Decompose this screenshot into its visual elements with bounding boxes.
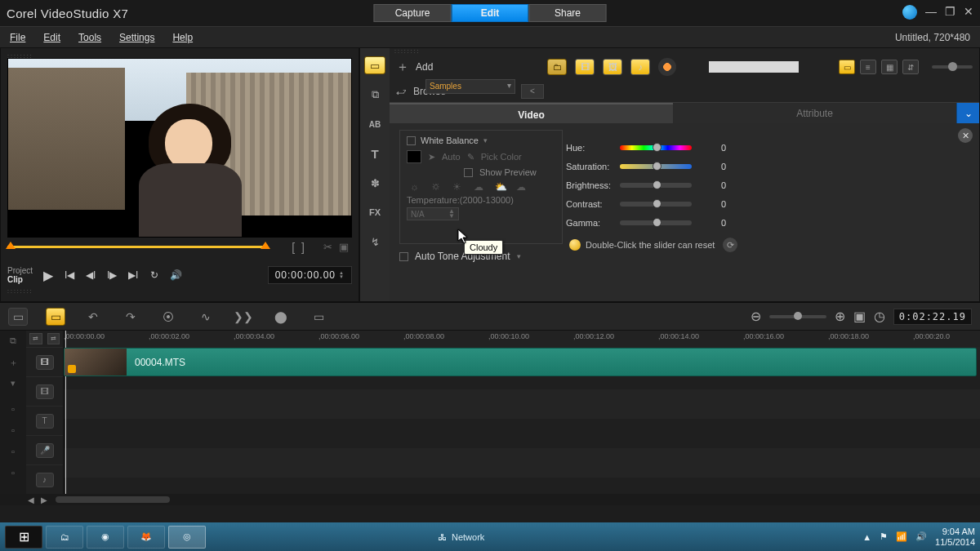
project-clip-toggle[interactable]: Project Clip bbox=[7, 266, 33, 284]
undo-button[interactable]: ↶ bbox=[83, 308, 103, 326]
media-library-button[interactable]: ▭ bbox=[364, 56, 385, 74]
scroll-left-button[interactable]: ◀ bbox=[28, 495, 34, 504]
mark-in-button[interactable]: [ bbox=[292, 241, 295, 254]
library-folder-dropdown[interactable]: Samples bbox=[425, 79, 515, 94]
globe-icon[interactable] bbox=[902, 5, 917, 20]
track-header-title[interactable]: T bbox=[26, 406, 63, 435]
menu-edit[interactable]: Edit bbox=[43, 32, 60, 43]
timeline-ruler[interactable]: ,00:00:00.00 ,00:00:02.00 ,00:00:04.00 ,… bbox=[64, 331, 980, 347]
track-manager-button[interactable]: ⧉ bbox=[5, 335, 21, 349]
browse-prev-button[interactable]: < bbox=[521, 84, 544, 99]
preset-shade-icon[interactable]: ⛅ bbox=[495, 181, 508, 193]
enable-track4-icon[interactable]: ▫ bbox=[5, 468, 21, 481]
taskbar-network[interactable]: 🖧 Network bbox=[438, 532, 484, 542]
ripple-track-button[interactable]: ⇄ bbox=[47, 333, 60, 344]
record-button[interactable]: ⦿ bbox=[158, 308, 178, 326]
enable-track2-icon[interactable]: ▫ bbox=[5, 425, 21, 438]
graphic-button[interactable]: ✽ bbox=[364, 174, 385, 192]
library-search-input[interactable] bbox=[709, 61, 799, 73]
view-list-icon[interactable]: ≡ bbox=[860, 60, 876, 74]
show-audio-icon[interactable]: ♪ bbox=[630, 59, 650, 75]
taskbar-clock[interactable]: 9:04 AM 11/5/2014 bbox=[935, 527, 975, 548]
folder-icon[interactable]: 🗀 bbox=[547, 59, 567, 75]
taskbar-firefox-button[interactable]: 🦊 bbox=[127, 526, 165, 549]
repeat-button[interactable]: ↻ bbox=[145, 266, 163, 284]
fit-project-button[interactable]: ▣ bbox=[853, 309, 866, 324]
add-overlay-button[interactable]: ＋ bbox=[5, 357, 21, 370]
slider-contrast[interactable]: Contrast: 0 bbox=[566, 194, 737, 213]
minimize-icon[interactable]: — bbox=[925, 5, 937, 20]
scroll-right-button[interactable]: ▶ bbox=[41, 495, 47, 504]
enable-track1-icon[interactable]: ▫ bbox=[5, 404, 21, 417]
tray-volume-icon[interactable]: 🔊 bbox=[915, 531, 927, 542]
audio-mixer-button[interactable]: ∿ bbox=[196, 308, 216, 326]
cut-icon[interactable]: ✂ bbox=[323, 241, 332, 253]
tab-attribute[interactable]: Attribute bbox=[673, 103, 956, 123]
start-button[interactable]: ⊞ bbox=[5, 526, 42, 549]
tray-network-icon[interactable]: 📶 bbox=[896, 531, 907, 542]
track-header-video[interactable]: 🎞 bbox=[26, 347, 63, 376]
timecode-spinner-icon[interactable]: ▲▼ bbox=[339, 271, 345, 279]
track-motion-button[interactable]: ⬤ bbox=[271, 308, 291, 326]
taskbar-chrome-button[interactable]: ◉ bbox=[87, 526, 124, 549]
filter-button[interactable]: FX bbox=[364, 203, 385, 221]
storyboard-mode-button[interactable]: ▭ bbox=[8, 308, 28, 326]
taskbar-videostudio-button[interactable]: ◎ bbox=[168, 526, 206, 549]
enable-track3-icon[interactable]: ▫ bbox=[5, 447, 21, 460]
tray-flag-icon[interactable]: ⚑ bbox=[880, 531, 888, 542]
title-button[interactable]: T bbox=[364, 144, 385, 162]
menu-file[interactable]: File bbox=[10, 32, 25, 43]
track-header-voice[interactable]: 🎤 bbox=[26, 435, 63, 464]
collapse-tracks-icon[interactable]: ▾ bbox=[5, 378, 21, 391]
preset-daylight-icon[interactable]: ☀ bbox=[452, 181, 466, 193]
preset-fluorescent-icon[interactable]: ⛭ bbox=[431, 181, 444, 193]
transitions-button[interactable]: AB bbox=[364, 115, 385, 133]
volume-button[interactable]: 🔊 bbox=[167, 266, 185, 284]
mode-tab-share[interactable]: Share bbox=[529, 4, 607, 22]
wb-pickcolor-label[interactable]: Pick Color bbox=[481, 152, 522, 162]
sort-icon[interactable]: ⇵ bbox=[902, 60, 919, 74]
options-collapse-button[interactable]: ⌄ bbox=[956, 103, 979, 123]
path-button[interactable]: ↯ bbox=[364, 233, 385, 251]
redo-button[interactable]: ↷ bbox=[121, 308, 140, 326]
zoom-in-button[interactable]: ⊕ bbox=[835, 309, 845, 324]
prev-frame-button[interactable]: ◀I bbox=[82, 266, 100, 284]
menu-settings[interactable]: Settings bbox=[119, 32, 154, 43]
go-end-button[interactable]: ▶I bbox=[124, 266, 142, 284]
slider-hue[interactable]: Hue: 0 bbox=[566, 138, 737, 157]
auto-music-button[interactable]: ❯❯ bbox=[234, 308, 253, 326]
project-duration[interactable]: 0:02:22.19 bbox=[893, 309, 972, 325]
panel-grip-bottom-icon[interactable]: :::::::: bbox=[7, 288, 352, 293]
preset-cloudy-icon[interactable]: ☁ bbox=[474, 181, 487, 193]
chevron-down-icon[interactable]: ▾ bbox=[483, 136, 488, 144]
preset-overcast-icon[interactable]: ☁ bbox=[516, 181, 529, 193]
mark-out-button[interactable]: ] bbox=[301, 241, 305, 254]
track-header-overlay[interactable]: 🎞 bbox=[26, 376, 63, 406]
wb-auto-label[interactable]: Auto bbox=[442, 152, 461, 162]
show-video-icon[interactable]: 🎞 bbox=[575, 59, 595, 75]
close-icon[interactable]: ✕ bbox=[964, 5, 973, 20]
mode-tab-capture[interactable]: Capture bbox=[374, 4, 452, 22]
timeline-scrollbar[interactable]: ◀ ▶ bbox=[0, 494, 980, 505]
temperature-spinner-icon[interactable]: ▲▼ bbox=[448, 209, 455, 219]
preview-video[interactable] bbox=[7, 58, 352, 238]
snapshot-icon[interactable]: ▣ bbox=[339, 241, 349, 253]
timeline-mode-button[interactable]: ▭ bbox=[46, 308, 65, 326]
slider-brightness[interactable]: Brightness: 0 bbox=[566, 176, 737, 194]
zoom-out-button[interactable]: ⊖ bbox=[751, 309, 761, 324]
timeline-clip[interactable]: 00004.MTS bbox=[64, 348, 977, 376]
browse-back-icon[interactable]: ⮐ bbox=[396, 86, 407, 98]
show-photo-icon[interactable]: 🖼 bbox=[603, 59, 622, 75]
zoom-slider[interactable] bbox=[769, 315, 826, 318]
wb-color-swatch[interactable] bbox=[407, 150, 421, 163]
menu-help[interactable]: Help bbox=[172, 32, 193, 43]
go-start-button[interactable]: I◀ bbox=[60, 266, 78, 284]
temperature-input[interactable]: N/A ▲▼ bbox=[407, 207, 459, 220]
show-preview-checkbox[interactable] bbox=[464, 168, 473, 177]
subtitle-button[interactable]: ▭ bbox=[309, 308, 328, 326]
color-wheel-icon[interactable] bbox=[658, 58, 676, 76]
preview-trim-bar[interactable]: [ ] ✂ ▣ bbox=[7, 242, 352, 257]
maximize-icon[interactable]: ❐ bbox=[945, 5, 956, 20]
instant-project-button[interactable]: ⧉ bbox=[364, 86, 385, 104]
scroll-thumb[interactable] bbox=[56, 496, 170, 503]
